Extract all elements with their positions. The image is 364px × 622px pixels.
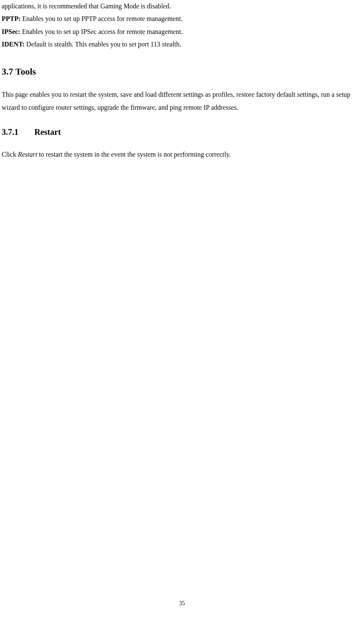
subsection-title: Restart <box>34 127 61 137</box>
def-ipsec-label: IPSec: <box>2 28 20 35</box>
def-pptp-text: Enables you to set up PPTP access for re… <box>21 15 182 22</box>
page-number: 35 <box>0 598 364 609</box>
restart-italic: Restart <box>18 151 37 158</box>
def-pptp-label: PPTP: <box>2 15 21 22</box>
section-heading-tools: 3.7 Tools <box>2 63 362 80</box>
restart-text-after: to restart the system in the event the s… <box>37 151 231 158</box>
top-fragment: applications, it is recommended that Gam… <box>2 0 362 13</box>
subsection-number: 3.7.1 <box>2 124 18 140</box>
subsection-heading-restart: 3.7.1Restart <box>2 124 362 140</box>
restart-text-before: Click <box>2 151 18 158</box>
def-ident: IDENT: Default is stealth. This enables … <box>2 38 362 51</box>
def-pptp: PPTP: Enables you to set up PPTP access … <box>2 13 362 25</box>
restart-paragraph: Click Restart to restart the system in t… <box>2 148 362 161</box>
def-ipsec: IPSec: Enables you to set up IPSec acces… <box>2 26 362 38</box>
def-ident-label: IDENT: <box>2 41 25 48</box>
section-intro: This page enables you to restart the sys… <box>2 88 362 114</box>
def-ipsec-text: Enables you to set up IPSec access for r… <box>20 28 183 35</box>
def-ident-text: Default is stealth. This enables you to … <box>25 41 181 48</box>
